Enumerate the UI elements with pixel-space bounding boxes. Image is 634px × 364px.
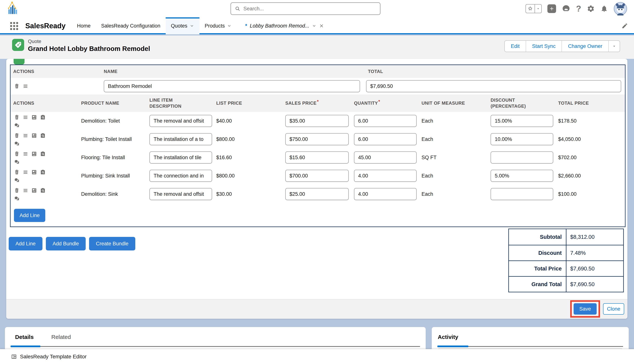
- workspace-tab-lobby-bathroom-remodel[interactable]: * Lobby Bathroom Remod...: [240, 17, 329, 34]
- menu-icon[interactable]: [23, 188, 28, 193]
- create-bundle-button[interactable]: Create Bundle: [89, 237, 135, 250]
- quantity-input[interactable]: [354, 133, 417, 145]
- sales-price-input[interactable]: [285, 188, 349, 200]
- line-description-input[interactable]: [150, 188, 212, 200]
- sales-price-input[interactable]: [285, 170, 349, 182]
- notes-icon[interactable]: [31, 151, 37, 157]
- nav-tab-products[interactable]: Products: [199, 17, 237, 34]
- line-description-input[interactable]: [150, 115, 212, 127]
- start-sync-button[interactable]: Start Sync: [526, 41, 562, 52]
- chat-icon[interactable]: [14, 122, 20, 128]
- totals-row-discount: Discount 7.48%: [509, 245, 623, 260]
- discount-input[interactable]: [491, 115, 553, 127]
- discount-input[interactable]: [491, 188, 553, 200]
- sales-price-input[interactable]: [285, 152, 349, 164]
- section-name-input[interactable]: [104, 80, 360, 92]
- totals-row-grand-total: Grand Total $7,690.50: [509, 276, 623, 292]
- chevron-down-icon[interactable]: [312, 24, 316, 28]
- line-description-input[interactable]: [150, 170, 212, 182]
- add-bundle-button[interactable]: Add Bundle: [46, 237, 86, 250]
- tab-related[interactable]: Related: [51, 334, 71, 340]
- notes-icon[interactable]: [31, 133, 37, 138]
- menu-icon[interactable]: [23, 133, 28, 138]
- quantity-input[interactable]: [354, 170, 417, 182]
- close-icon[interactable]: [319, 24, 324, 28]
- add-line-button[interactable]: Add Line: [9, 237, 43, 250]
- edit-nav-pencil-icon[interactable]: [621, 23, 628, 29]
- clipboard-search-icon[interactable]: [40, 151, 46, 157]
- line-description-input[interactable]: [150, 152, 212, 164]
- section-total-input[interactable]: [366, 80, 621, 92]
- chat-icon[interactable]: [14, 141, 20, 147]
- notes-icon[interactable]: [31, 188, 37, 193]
- help-icon[interactable]: ?: [576, 4, 581, 13]
- app-launcher-icon[interactable]: [10, 22, 18, 30]
- quantity-input[interactable]: [354, 188, 417, 200]
- line-description-input[interactable]: [150, 133, 212, 145]
- trailhead-icon[interactable]: [562, 4, 570, 13]
- utility-item-template-editor[interactable]: SalesReady Template Editor: [11, 349, 87, 364]
- setup-gear-icon[interactable]: [587, 5, 595, 13]
- notes-icon[interactable]: [31, 169, 37, 175]
- chat-icon[interactable]: [14, 159, 20, 165]
- quote-section-row: [11, 78, 625, 94]
- favorites-dropdown-icon[interactable]: [534, 4, 541, 13]
- sales-price-input[interactable]: [285, 115, 349, 127]
- change-owner-button[interactable]: Change Owner: [561, 41, 608, 52]
- menu-icon[interactable]: [23, 114, 28, 120]
- clone-button[interactable]: Clone: [603, 303, 624, 314]
- clipboard-search-icon[interactable]: [40, 133, 46, 138]
- clipboard-search-icon[interactable]: [40, 188, 46, 193]
- discount-input[interactable]: [491, 152, 553, 164]
- column-header-line-item-description: LINE ITEM DESCRIPTION: [150, 94, 200, 112]
- notes-icon[interactable]: [31, 114, 37, 120]
- notifications-bell-icon[interactable]: [600, 5, 608, 12]
- unit-of-measure: Each: [421, 130, 433, 148]
- delete-line-icon[interactable]: [14, 133, 20, 138]
- line-item-row: Demolition: Toilet $40.00 Each $178.50: [11, 112, 625, 130]
- nav-tab-quotes[interactable]: Quotes: [166, 17, 199, 34]
- favorites-button[interactable]: [525, 4, 542, 13]
- total-price: $2,660.00: [558, 167, 581, 185]
- user-avatar[interactable]: [614, 2, 627, 16]
- line-item-row: Plumbing: Toilet Install $800.00 Each $4…: [11, 130, 625, 148]
- menu-icon[interactable]: [23, 83, 28, 89]
- delete-line-icon[interactable]: [14, 151, 20, 157]
- column-header-name: NAME: [104, 65, 118, 78]
- menu-icon[interactable]: [23, 151, 28, 157]
- save-button[interactable]: Save: [574, 303, 597, 314]
- column-header-quantity: QUANTITY*: [354, 94, 380, 112]
- quantity-input[interactable]: [354, 152, 417, 164]
- more-actions-button[interactable]: [608, 41, 620, 52]
- global-actions-button[interactable]: [547, 4, 556, 13]
- nav-tab-salesready-configuration[interactable]: SalesReady Configuration: [96, 17, 166, 34]
- menu-icon[interactable]: [23, 169, 28, 175]
- quantity-input[interactable]: [354, 115, 417, 127]
- chat-icon[interactable]: [14, 196, 20, 202]
- active-tab-underline: [437, 346, 468, 347]
- delete-line-icon[interactable]: [14, 188, 20, 193]
- unsaved-marker: *: [245, 23, 247, 29]
- tab-details[interactable]: Details: [15, 334, 34, 340]
- clipboard-search-icon[interactable]: [40, 114, 46, 120]
- delete-line-icon[interactable]: [14, 169, 20, 175]
- quote-lines-panel: ACTIONS NAME TOTAL ACTIONS PRODUCT NAME …: [10, 64, 625, 227]
- template-editor-icon: [11, 354, 17, 360]
- add-line-button[interactable]: Add Line: [14, 209, 45, 222]
- search-input[interactable]: [243, 6, 380, 12]
- nav-tab-home[interactable]: Home: [72, 17, 96, 34]
- global-search: [231, 2, 380, 15]
- line-item-row: Demolition: Sink $30.00 Each $100.00: [11, 185, 625, 203]
- discount-input[interactable]: [491, 133, 553, 145]
- delete-section-icon[interactable]: [14, 83, 20, 89]
- edit-button[interactable]: Edit: [505, 41, 526, 52]
- sales-price-input[interactable]: [285, 133, 349, 145]
- product-name: Flooring: Tile Install: [81, 148, 145, 167]
- caret-down-icon: [612, 44, 616, 48]
- chat-icon[interactable]: [14, 177, 20, 183]
- details-related-card: Details Related: [5, 327, 426, 349]
- clipboard-search-icon[interactable]: [40, 169, 46, 175]
- discount-input[interactable]: [491, 170, 553, 182]
- star-icon[interactable]: [526, 4, 534, 13]
- delete-line-icon[interactable]: [14, 114, 20, 120]
